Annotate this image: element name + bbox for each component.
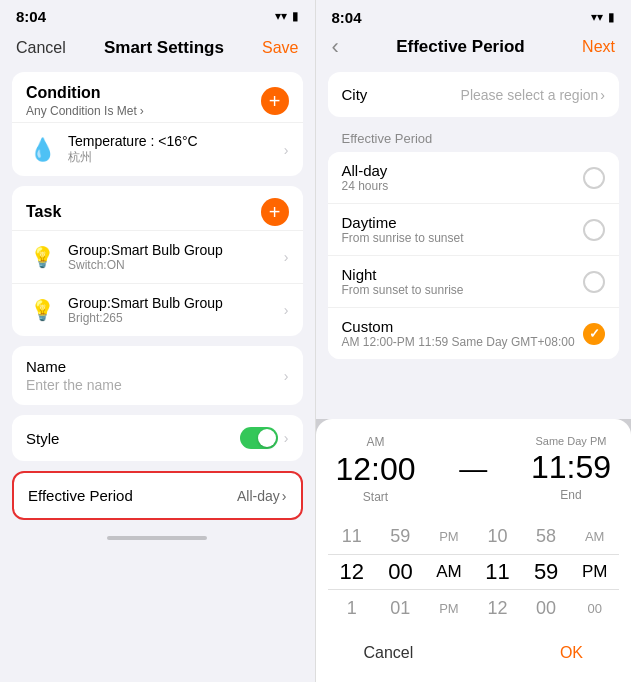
picker-item: 00 [570, 590, 619, 626]
picker-item-selected: PM [570, 554, 619, 590]
picker-item: 1 [328, 590, 377, 626]
picker-item-selected: 12 [328, 554, 377, 590]
chevron-down-icon: › [140, 104, 144, 118]
page-title-right: Effective Period [396, 37, 525, 57]
option-custom-text: Custom AM 12:00-PM 11:59 Same Day GMT+08… [342, 318, 575, 349]
chevron-right-name: › [284, 368, 289, 384]
option-custom[interactable]: Custom AM 12:00-PM 11:59 Same Day GMT+08… [328, 308, 620, 359]
task-item-2[interactable]: 💡 Group:Smart Bulb Group Bright:265 › [12, 283, 303, 336]
picker-item: 00 [522, 590, 571, 626]
time-picker-card: AM 12:00 Start — Same Day PM 11:59 End 1… [316, 419, 632, 682]
save-button[interactable]: Save [262, 39, 298, 57]
condition-header-left: Condition Any Condition Is Met › [26, 84, 144, 118]
nav-bar-right: ‹ Effective Period Next [316, 28, 632, 72]
picker-item: 58 [522, 518, 571, 554]
options-container: All-day 24 hours Daytime From sunrise to… [328, 152, 620, 359]
effective-period-field[interactable]: Effective Period All-day › [12, 471, 303, 520]
task-2-sub: Bright:265 [68, 311, 274, 325]
start-label: Start [363, 490, 388, 504]
task-header: Task + [12, 186, 303, 230]
status-icons-left: ▾▾ ▮ [275, 9, 299, 23]
task-card: Task + 💡 Group:Smart Bulb Group Switch:O… [12, 186, 303, 336]
city-placeholder: Please select a region › [461, 87, 605, 103]
picker-item: AM [570, 518, 619, 554]
picker-col-hour-end[interactable]: 10 11 12 [473, 518, 522, 626]
picker-item: 10 [473, 518, 522, 554]
radio-night [583, 271, 605, 293]
picker-ok-button[interactable]: OK [540, 638, 603, 668]
picker-item: PM [425, 518, 474, 554]
chevron-right-icon: › [284, 142, 289, 158]
status-icons-right: ▾▾ ▮ [591, 10, 615, 24]
nav-bar-left: Cancel Smart Settings Save [0, 28, 315, 72]
ep-right: All-day › [237, 488, 286, 504]
ep-section-label: Effective Period [316, 127, 632, 152]
back-button[interactable]: ‹ [332, 34, 339, 60]
radio-custom [583, 323, 605, 345]
end-time-display: 11:59 [531, 449, 611, 486]
task-item-1-text: Group:Smart Bulb Group Switch:ON [68, 242, 274, 272]
time-picker-header: AM 12:00 Start — Same Day PM 11:59 End [328, 435, 620, 514]
task-1-sub: Switch:ON [68, 258, 274, 272]
picker-cancel-button[interactable]: Cancel [344, 638, 434, 668]
city-label: City [342, 86, 368, 103]
option-allday[interactable]: All-day 24 hours [328, 152, 620, 204]
picker-col-ampm-start[interactable]: PM AM PM [425, 518, 474, 626]
chevron-right-city: › [600, 87, 605, 103]
option-night-text: Night From sunset to sunrise [342, 266, 464, 297]
right-panel: 8:04 ▾▾ ▮ ‹ Effective Period Next City P… [316, 0, 632, 682]
picker-drum: 11 12 1 59 00 01 PM AM PM 10 [328, 514, 620, 630]
option-daytime[interactable]: Daytime From sunrise to sunset [328, 204, 620, 256]
style-toggle[interactable] [240, 427, 278, 449]
wifi-icon: ▾▾ [275, 9, 287, 23]
condition-sub-text: 杭州 [68, 149, 274, 166]
time-end-col: Same Day PM 11:59 End [531, 435, 611, 502]
city-row[interactable]: City Please select a region › [328, 72, 620, 117]
chevron-right-ep: › [282, 488, 287, 504]
picker-item: PM [425, 590, 474, 626]
start-period-label: AM [367, 435, 385, 449]
task-header-left: Task [26, 203, 61, 221]
picker-col-ampm-end[interactable]: AM PM 00 [570, 518, 619, 626]
next-button[interactable]: Next [582, 38, 615, 56]
name-field[interactable]: Name Enter the name › [12, 346, 303, 405]
task-title: Task [26, 203, 61, 221]
radio-daytime [583, 219, 605, 241]
picker-item-selected: 59 [522, 554, 571, 590]
picker-col-min-start[interactable]: 59 00 01 [376, 518, 425, 626]
picker-item: 59 [376, 518, 425, 554]
condition-item-text: Temperature : <16°C 杭州 [68, 133, 274, 166]
style-field-left: Style [26, 430, 59, 447]
wifi-icon-r: ▾▾ [591, 10, 603, 24]
left-panel: 8:04 ▾▾ ▮ Cancel Smart Settings Save Con… [0, 0, 315, 682]
bulb-icon-2: 💡 [26, 294, 58, 326]
cancel-button[interactable]: Cancel [16, 39, 66, 57]
style-field[interactable]: Style › [12, 415, 303, 461]
option-night[interactable]: Night From sunset to sunrise [328, 256, 620, 308]
chevron-right-icon-t1: › [284, 249, 289, 265]
picker-col-hour-start[interactable]: 11 12 1 [328, 518, 377, 626]
ep-label: Effective Period [28, 487, 133, 504]
end-period-label: Same Day PM [536, 435, 607, 447]
picker-col-min-end[interactable]: 58 59 00 [522, 518, 571, 626]
radio-allday [583, 167, 605, 189]
page-title-left: Smart Settings [104, 38, 224, 58]
task-item-1[interactable]: 💡 Group:Smart Bulb Group Switch:ON › [12, 230, 303, 283]
option-allday-text: All-day 24 hours [342, 162, 389, 193]
task-item-2-text: Group:Smart Bulb Group Bright:265 [68, 295, 274, 325]
condition-item[interactable]: 💧 Temperature : <16°C 杭州 › [12, 122, 303, 176]
option-daytime-text: Daytime From sunrise to sunset [342, 214, 464, 245]
time-dash: — [459, 435, 487, 485]
temperature-icon: 💧 [26, 134, 58, 166]
name-field-left: Name Enter the name [26, 358, 122, 393]
chevron-right-icon-t2: › [284, 302, 289, 318]
chevron-right-style: › [284, 430, 289, 446]
picker-item-selected: AM [425, 554, 474, 590]
add-condition-button[interactable]: + [261, 87, 289, 115]
picker-item-selected: 00 [376, 554, 425, 590]
condition-title: Condition [26, 84, 144, 102]
add-task-button[interactable]: + [261, 198, 289, 226]
status-time-left: 8:04 [16, 8, 46, 25]
end-label: End [560, 488, 581, 502]
condition-header: Condition Any Condition Is Met › + [12, 72, 303, 122]
